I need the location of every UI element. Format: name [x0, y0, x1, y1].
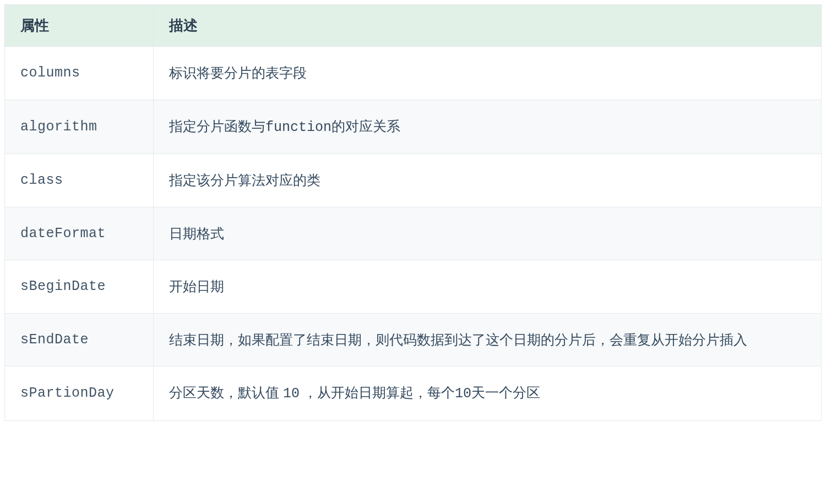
text: 指定该分片算法对应的类 — [169, 172, 320, 188]
code-text: 10 — [455, 386, 471, 402]
table-row: class指定该分片算法对应的类 — [5, 154, 822, 207]
table-row: sEndDate结束日期，如果配置了结束日期，则代码数据到达了这个日期的分片后，… — [5, 313, 822, 366]
attribute-cell: class — [5, 154, 154, 207]
attribute-cell: sEndDate — [5, 313, 154, 366]
text: 标识将要分片的表字段 — [169, 65, 307, 80]
attribute-cell: sBeginDate — [5, 260, 154, 314]
text: 分区天数，默认值 — [169, 385, 283, 400]
header-description: 描述 — [154, 5, 822, 47]
description-cell: 结束日期，如果配置了结束日期，则代码数据到达了这个日期的分片后，会重复从开始分片… — [154, 313, 822, 366]
header-attribute: 属性 — [5, 5, 154, 47]
table-row: dateFormat日期格式 — [5, 207, 822, 260]
text: 开始日期 — [169, 278, 224, 294]
description-cell: 指定分片函数与function的对应关系 — [154, 100, 822, 154]
attribute-cell: columns — [5, 47, 154, 100]
code-text: function — [265, 119, 332, 135]
text: 天一个分区 — [471, 385, 540, 400]
text: 指定分片函数与 — [169, 118, 265, 134]
attribute-cell: dateFormat — [5, 207, 154, 260]
attribute-cell: algorithm — [5, 100, 154, 154]
text: 日期格式 — [169, 226, 224, 241]
text: ，从开始日期算起，每个 — [300, 385, 455, 400]
text: 结束日期，如果配置了结束日期，则代码数据到达了这个日期的分片后，会重复从开始分片… — [169, 332, 747, 347]
table-row: columns标识将要分片的表字段 — [5, 47, 822, 100]
description-cell: 日期格式 — [154, 207, 822, 260]
attribute-cell: sPartionDay — [5, 366, 154, 421]
code-text: 10 — [283, 386, 300, 402]
table-row: algorithm指定分片函数与function的对应关系 — [5, 100, 822, 154]
description-cell: 标识将要分片的表字段 — [154, 47, 822, 100]
description-cell: 分区天数，默认值 10 ，从开始日期算起，每个10天一个分区 — [154, 366, 822, 421]
table-header-row: 属性 描述 — [5, 5, 822, 47]
description-cell: 指定该分片算法对应的类 — [154, 154, 822, 207]
properties-table: 属性 描述 columns标识将要分片的表字段algorithm指定分片函数与f… — [4, 4, 822, 421]
text: 的对应关系 — [332, 118, 400, 134]
table-body: columns标识将要分片的表字段algorithm指定分片函数与functio… — [5, 47, 822, 421]
table-row: sBeginDate开始日期 — [5, 260, 822, 314]
description-cell: 开始日期 — [154, 260, 822, 314]
table-row: sPartionDay分区天数，默认值 10 ，从开始日期算起，每个10天一个分… — [5, 366, 822, 421]
